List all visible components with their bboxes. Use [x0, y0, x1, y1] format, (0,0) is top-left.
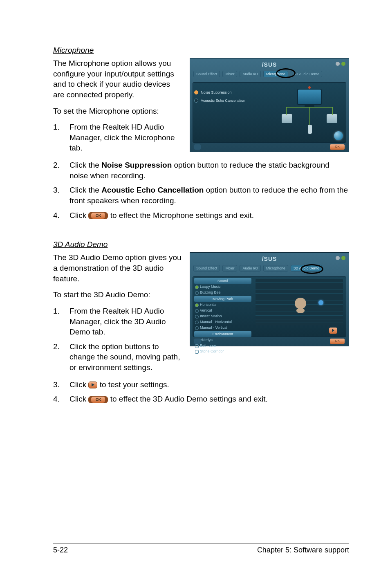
window-controls	[336, 62, 345, 66]
path-manual-vertical[interactable]: Manual - Vertical	[194, 325, 251, 330]
tab-bar: Sound Effect Mixer Audio I/O Microphone …	[190, 71, 349, 79]
step-number: 2.	[53, 341, 69, 373]
play-button[interactable]	[329, 328, 337, 334]
tab-bar: Sound Effect Mixer Audio I/O Microphone …	[190, 265, 349, 273]
sound-header: Sound	[194, 278, 251, 284]
acoustic-echo-label: Acoustic Echo Cancellation	[201, 99, 245, 103]
environment-header: Environment	[194, 331, 251, 337]
demo-step-4: Click OK to effect the 3D Audio Demo set…	[69, 394, 349, 404]
play-button-icon	[88, 382, 97, 388]
path-vertical[interactable]: Vertical	[194, 307, 251, 313]
sound-source-icon	[318, 300, 323, 305]
text: Click	[69, 380, 88, 389]
env-stone-corridor[interactable]: Stone Corridor	[194, 348, 251, 354]
bold-text: Noise Suppression	[101, 161, 172, 169]
3d-audio-heading: 3D Audio Demo	[53, 240, 349, 249]
text: to test your settings.	[100, 380, 169, 389]
tab-mixer[interactable]: Mixer	[222, 71, 237, 77]
moving-path-group: Moving Path Horizontal Vertical Insect M…	[194, 296, 251, 330]
listener-head-icon	[295, 298, 306, 309]
text: Click	[69, 395, 88, 403]
step-number: 4.	[53, 394, 69, 404]
info-button[interactable]	[194, 339, 201, 344]
text: Click the	[69, 161, 101, 169]
demo-step-1: From the Realtek HD Audio Manager, click…	[69, 306, 182, 337]
tab-3d-audio-demo[interactable]: 3D Audio Demo	[291, 265, 322, 272]
tab-3d-audio-demo[interactable]: 3D Audio Demo	[291, 71, 322, 77]
3d-audio-demo-section: 3D Audio Demo The 3D Audio Demo option g…	[53, 240, 349, 404]
step-number: 1.	[53, 122, 69, 153]
path-horizontal[interactable]: Horizontal	[194, 302, 251, 307]
asus-logo: /SUS	[262, 256, 277, 262]
tab-mixer[interactable]: Mixer	[222, 265, 237, 272]
microphone-lead: To set the Microphone options:	[53, 106, 182, 117]
3d-audio-screenshot: /SUS Sound Effect Mixer Audio I/O Microp…	[190, 252, 349, 346]
globe-icon[interactable]	[334, 131, 343, 140]
page-footer: 5-22 Chapter 5: Software support	[53, 543, 349, 554]
tab-microphone[interactable]: Microphone	[263, 71, 288, 77]
path-insect-motion[interactable]: Insect Motion	[194, 313, 251, 319]
microphone-screenshot: /SUS Sound Effect Mixer Audio I/O Microp…	[190, 58, 349, 152]
mic-step-2: Click the Noise Suppression option butto…	[69, 160, 349, 181]
tab-audio-io[interactable]: Audio I/O	[240, 265, 261, 272]
ok-button-icon: OK	[88, 396, 108, 403]
ok-button[interactable]: OK	[330, 339, 345, 344]
connection-diagram	[277, 85, 342, 143]
microphone-heading: Microphone	[53, 46, 349, 55]
tab-sound-effect[interactable]: Sound Effect	[193, 71, 220, 77]
info-button[interactable]	[194, 144, 201, 150]
tab-sound-effect[interactable]: Sound Effect	[193, 265, 220, 272]
window-controls	[336, 256, 345, 260]
ok-button[interactable]: OK	[330, 144, 345, 150]
step-number: 3.	[53, 185, 69, 206]
sound-buzzing-bee[interactable]: Buzzing Bee	[194, 290, 251, 295]
chapter-label: Chapter 5: Software support	[257, 546, 349, 554]
demo-step-3: Click to test your settings.	[69, 379, 349, 390]
3d-audio-lead: To start the 3D Audio Demo:	[53, 290, 182, 300]
page-number: 5-22	[53, 546, 68, 554]
bold-text: Acoustic Echo Cancellation	[101, 186, 204, 194]
3d-visualizer	[256, 279, 343, 325]
microphone-intro: The Microphone option allows you configu…	[53, 58, 182, 100]
tab-microphone[interactable]: Microphone	[263, 265, 288, 272]
step-number: 3.	[53, 379, 69, 390]
acoustic-echo-option[interactable]: Acoustic Echo Cancellation	[194, 99, 260, 103]
mic-step-1: From the Realtek HD Audio Manager, click…	[69, 122, 182, 153]
mic-step-3: Click the Acoustic Echo Cancellation opt…	[69, 185, 349, 206]
sound-group: Sound Loopy Music Buzzing Bee	[194, 278, 251, 295]
ok-button-icon: OK	[88, 212, 108, 219]
sound-loopy-music[interactable]: Loopy Music	[194, 284, 251, 290]
step-number: 1.	[53, 306, 69, 337]
text: to effect the 3D Audio Demo settings and…	[110, 395, 268, 403]
tab-audio-io[interactable]: Audio I/O	[240, 71, 261, 77]
noise-suppression-option[interactable]: Noise Suppression	[194, 90, 260, 94]
text: Click the	[69, 186, 101, 194]
text: Click	[69, 211, 88, 220]
moving-path-header: Moving Path	[194, 296, 251, 302]
step-number: 4.	[53, 210, 69, 221]
noise-suppression-label: Noise Suppression	[201, 90, 232, 94]
step-number: 2.	[53, 160, 69, 181]
asus-logo: /SUS	[262, 61, 277, 68]
demo-step-2: Click the option buttons to change the s…	[69, 341, 182, 373]
text: to effect the Microphone settings and ex…	[110, 211, 254, 220]
mic-step-4: Click OK to effect the Microphone settin…	[69, 210, 349, 221]
path-manual-horizontal[interactable]: Manual - Horizontal	[194, 319, 251, 325]
3d-audio-intro: The 3D Audio Demo option gives you a dem…	[53, 252, 182, 284]
microphone-section: Microphone The Microphone option allows …	[53, 46, 349, 220]
